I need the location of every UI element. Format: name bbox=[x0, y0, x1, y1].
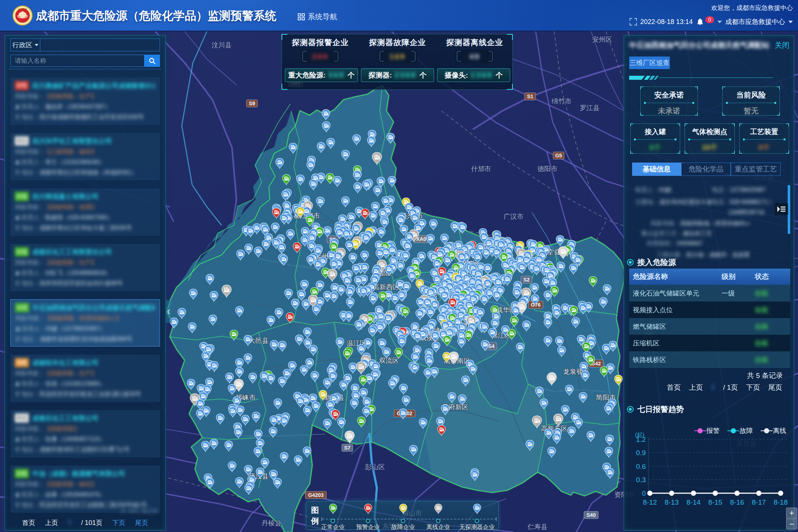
svg-text:8-12: 8-12 bbox=[643, 498, 657, 506]
svg-text:S1: S1 bbox=[527, 93, 533, 99]
svg-text:0: 0 bbox=[642, 490, 646, 497]
svg-text:高新西区: 高新西区 bbox=[373, 283, 399, 291]
svg-text:S2: S2 bbox=[523, 277, 529, 283]
svg-text:0.3: 0.3 bbox=[636, 476, 646, 484]
svg-text:S9: S9 bbox=[249, 100, 255, 106]
svg-text:应急管理: 应急管理 bbox=[18, 8, 27, 11]
svg-text:8-16: 8-16 bbox=[730, 498, 744, 506]
svg-text:丹棱县: 丹棱县 bbox=[262, 519, 282, 527]
svg-text:8-14: 8-14 bbox=[686, 498, 700, 506]
svg-text:双流区: 双流区 bbox=[379, 357, 399, 364]
svg-text:8-13: 8-13 bbox=[665, 498, 679, 506]
svg-text:G4203: G4203 bbox=[308, 492, 324, 498]
svg-text:8-17: 8-17 bbox=[752, 498, 766, 506]
svg-text:8-15: 8-15 bbox=[708, 498, 722, 506]
svg-text:汶川县: 汶川县 bbox=[212, 41, 232, 49]
svg-text:安州区: 安州区 bbox=[592, 36, 612, 43]
svg-text:绵竹市: 绵竹市 bbox=[552, 98, 572, 105]
svg-text:S7: S7 bbox=[344, 445, 350, 451]
svg-text:G5: G5 bbox=[555, 153, 562, 158]
svg-text:什邡市: 什邡市 bbox=[471, 165, 491, 173]
svg-text:0.9: 0.9 bbox=[636, 449, 646, 457]
svg-text:广汉市: 广汉市 bbox=[504, 213, 524, 220]
svg-text:8-18: 8-18 bbox=[774, 498, 788, 506]
svg-text:0.6: 0.6 bbox=[636, 463, 646, 470]
svg-text:彭山区: 彭山区 bbox=[365, 463, 385, 471]
svg-text:仁寿县: 仁寿县 bbox=[527, 523, 548, 531]
svg-text:S40: S40 bbox=[587, 512, 596, 518]
svg-text:1.2: 1.2 bbox=[636, 436, 646, 443]
svg-text:罗江县: 罗江县 bbox=[580, 104, 600, 112]
svg-text:德阳市: 德阳市 bbox=[538, 165, 557, 173]
